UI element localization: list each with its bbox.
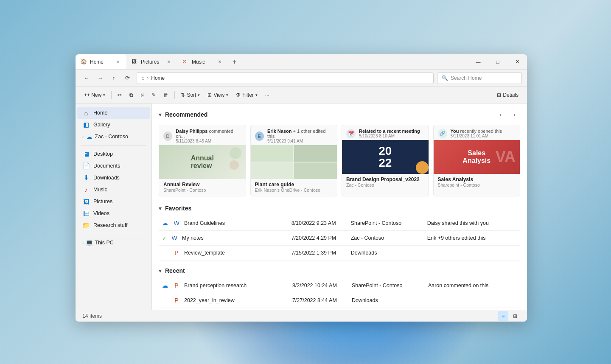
recommended-next-button[interactable]: › [508,109,520,120]
file-date: 7/27/2022 8:44 AM [289,293,348,308]
window-controls: — □ ✕ [468,54,527,70]
address-bar[interactable]: ⌂ › Home [137,72,434,84]
paste-button[interactable]: ⎘ [137,90,147,100]
grid-view-button[interactable]: ⊞ [510,311,520,321]
rec-card-sales-analysis[interactable]: 🔗 You recently opened this 5/11/2023 11:… [433,125,521,196]
recommended-prev-button[interactable]: ‹ [495,109,507,120]
file-activity: Daisy shared this with you [424,216,520,231]
minimize-button[interactable]: — [468,54,488,70]
sidebar-documents-label: Documents [93,163,120,169]
pictures-icon: 🖼 [82,198,90,205]
word-icon: W [172,219,181,227]
recent-section-header: ▾ Recent [159,267,520,274]
file-date: 7/20/2022 4:29 PM [288,231,348,246]
delete-icon: 🗑 [163,92,168,98]
documents-icon: 📄 [82,162,90,170]
sidebar-item-research[interactable]: 📁 Research stuff [77,219,150,231]
sidebar-videos-label: Videos [93,210,109,216]
cut-button[interactable]: ✂ [114,90,125,100]
sidebar-item-desktop[interactable]: 🖥 Desktop 📌 [77,148,150,160]
sidebar-divider-2 [81,234,146,234]
rec-card-header-text: Erik Nason + 1 other edited this 5/11/20… [267,129,333,143]
maximize-button[interactable]: □ [488,54,507,70]
table-row[interactable]: ✓ W My notes 7/20/2022 4:29 PM Zac - Con… [159,231,520,246]
status-bar: 14 items ≡ ⊞ [76,310,527,322]
table-row[interactable]: ☁ P Brand perception research 8/2/2022 1… [159,278,520,293]
sort-icon: ⇅ [181,92,185,98]
recommended-toggle[interactable]: ▾ [159,111,162,118]
tab-home-close[interactable]: ✕ [115,59,121,65]
filter-button[interactable]: ⚗ Filter ▾ [233,90,261,100]
downloads-icon: ⬇ [82,174,90,182]
tab-pictures-close[interactable]: ✕ [165,59,172,65]
table-row[interactable]: ☁ W Brand Guidelines 8/10/2022 9:23 AM S… [159,216,520,231]
file-name-cell: ☁ W Brand Guidelines [162,219,285,227]
copy-button[interactable]: ⧉ [126,90,137,100]
favorites-toggle[interactable]: ▾ [159,205,162,212]
tab-home[interactable]: 🏠 Home ✕ [76,54,126,69]
new-tab-button[interactable]: + [228,54,241,69]
sidebar-item-onedrive[interactable]: › ☁ Zac - Contoso [77,131,150,143]
sidebar-item-downloads[interactable]: ⬇ Downloads 📌 [77,172,150,184]
forward-button[interactable]: → [94,72,106,84]
sales-deco: VA [496,148,516,166]
user-avatar: D [163,132,172,141]
table-row[interactable]: P 2022_year_in_review 7/27/2022 8:44 AM … [159,293,520,308]
file-location: SharePoint - Contoso [348,278,425,293]
file-activity: Erik +9 others edited this [424,231,520,246]
filter-icon: ⚗ [236,92,241,98]
rec-card-annual-review[interactable]: D Daisy Philipps commented on... 5/11/20… [159,125,246,196]
delete-button[interactable]: 🗑 [160,90,172,100]
details-button[interactable]: ⊟ Details [493,90,522,100]
tab-music[interactable]: ⊘ Music ✕ [177,54,228,69]
sidebar-item-pictures[interactable]: 🖼 Pictures 📌 [77,196,150,207]
recent-table: ☁ P Brand perception research 8/2/2022 1… [159,278,520,310]
file-name-cell: ☁ P Brand perception research [162,281,286,290]
search-bar[interactable]: 🔍 Search Home [437,72,522,84]
tab-pictures-label: Pictures [141,59,163,65]
sort-button[interactable]: ⇅ Sort ▾ [177,90,203,100]
tab-music-close[interactable]: ✕ [216,59,223,65]
desktop-icon: 🖥 [82,150,90,158]
new-icon: + [84,92,87,98]
more-button[interactable]: ··· [262,90,273,100]
close-button[interactable]: ✕ [507,54,527,70]
recommended-title: Recommended [165,111,207,118]
refresh-button[interactable]: ⟳ [121,72,133,84]
sidebar-item-gallery[interactable]: ◧ Gallery [77,119,150,131]
file-date: 7/15/2022 1:39 PM [288,246,348,260]
recommended-section-header: ▾ Recommended ‹ › [159,109,520,120]
card-user-name: Erik Nason [267,129,291,134]
cloud-icon: ☁ [162,282,168,289]
card-name: Brand Design Proposal_v2022 [346,176,424,182]
sidebar-item-music[interactable]: ♪ Music 📌 [77,184,150,196]
sidebar-item-home[interactable]: ⌂ Home [77,107,150,119]
file-name: My notes [182,235,204,241]
view-mode-controls: ≡ ⊞ [498,311,520,321]
sidebar-item-documents[interactable]: 📄 Documents 📌 [77,160,150,172]
pictures-tab-icon: 🖼 [132,59,138,65]
recent-toggle[interactable]: ▾ [159,267,162,274]
back-button[interactable]: ← [81,72,92,84]
up-button[interactable]: ↑ [108,72,120,84]
table-row[interactable]: P Review_template 7/15/2022 1:39 PM Down… [159,246,520,260]
thumb-cell [294,145,337,162]
brand-deco [416,161,429,174]
view-button[interactable]: ⊞ View ▾ [204,90,232,100]
new-button[interactable]: + + New ▾ [81,90,109,100]
card-date: 5/11/2023 8:45 AM [176,139,241,143]
rec-card-brand-design[interactable]: 📅 Related to a recent meeting 5/10/2023 … [342,125,429,196]
new-label: + New [87,92,101,98]
sidebar-item-thispc[interactable]: › 💻 This PC [77,237,150,249]
rec-card-plant-care[interactable]: E Erik Nason + 1 other edited this 5/11/… [250,125,338,196]
cmd-divider-1 [111,91,112,99]
recent-title: Recent [165,267,185,274]
rename-button[interactable]: ✎ [148,90,159,100]
powerpoint-icon: P [172,296,181,305]
powerpoint-icon: P [172,281,181,290]
sidebar-item-videos[interactable]: 🎞 Videos 📌 [77,207,150,219]
list-view-button[interactable]: ≡ [498,311,508,321]
breadcrumb-path: Home [151,75,165,81]
tab-pictures[interactable]: 🖼 Pictures ✕ [126,54,177,69]
titlebar: 🏠 Home ✕ 🖼 Pictures ✕ ⊘ Music ✕ + — □ ✕ [76,54,527,70]
